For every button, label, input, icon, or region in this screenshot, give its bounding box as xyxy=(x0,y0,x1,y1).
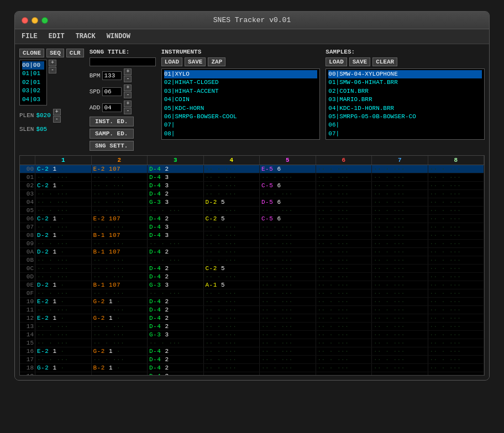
tracker-row[interactable]: 12E-2 1 ·G-2 1 ·D-4 2·· · ····· · ····· … xyxy=(20,314,484,323)
track-cell[interactable]: ·· · ··· xyxy=(35,356,92,363)
track-cell[interactable]: B-2 1 · xyxy=(92,364,148,372)
track-cell[interactable]: ·· · ··· xyxy=(204,248,260,256)
track-cell[interactable]: ·· · ··· xyxy=(35,265,92,272)
track-cell[interactable]: ·· · ··· xyxy=(204,306,260,314)
track-cell[interactable]: ·· · ··· xyxy=(428,182,485,189)
track-cell[interactable]: G-3 3 xyxy=(148,198,204,206)
track-cell[interactable]: ·· · ··· xyxy=(148,240,204,247)
inst-item-7[interactable]: 08| xyxy=(164,130,318,138)
track-cell[interactable]: ·· · ··· xyxy=(35,198,92,206)
add-input[interactable] xyxy=(102,103,122,112)
track-cell[interactable]: ·· · ··· xyxy=(204,182,260,189)
track-cell[interactable]: ·· · ··· xyxy=(316,273,372,281)
track-cell[interactable]: G-2 1 · xyxy=(92,298,148,305)
track-cell[interactable]: ·· · ··· xyxy=(372,289,428,297)
track-cell[interactable]: ·· · ··· xyxy=(316,372,372,375)
track-cell[interactable]: ·· · ··· xyxy=(260,240,316,247)
samp-ed-button[interactable]: SAMP. ED. xyxy=(90,129,134,139)
track-cell[interactable]: ·· · ··· xyxy=(204,207,260,214)
track-cell[interactable]: ·· · ··· xyxy=(372,323,428,330)
track-cell[interactable]: ·· · ··· xyxy=(372,372,428,375)
track-cell[interactable]: ·· · ··· xyxy=(316,347,372,355)
inst-item-1[interactable]: 02|HIHAT-CLOSED xyxy=(164,78,318,87)
seq-item-3[interactable]: 03|02 xyxy=(22,87,44,95)
track-cell[interactable]: ·· · ··· xyxy=(260,289,316,297)
track-cell[interactable]: ·· · ··· xyxy=(260,339,316,347)
track-cell[interactable]: ·· · ··· xyxy=(92,182,148,189)
track-cell[interactable]: ·· · ··· xyxy=(428,231,485,239)
track-cell[interactable]: ·· · ··· xyxy=(35,306,92,314)
tracker-row[interactable]: 10E-2 1 ·G-2 1 ·D-4 2·· · ····· · ····· … xyxy=(20,298,484,306)
tracker-row[interactable]: 0AD-2 1 ·B-1 107D-4 2·· · ····· · ····· … xyxy=(20,248,484,256)
menu-window[interactable]: WINDOW xyxy=(107,33,130,40)
tracker-row[interactable]: 19·· · ····· · ···D-4 2·· · ····· · ····… xyxy=(20,372,484,375)
track-cell[interactable]: ·· · ··· xyxy=(316,173,372,181)
track-cell[interactable]: E-2 107 xyxy=(92,165,148,173)
track-cell[interactable]: E-2 107 xyxy=(92,215,148,223)
track-cell[interactable]: D-4 2 xyxy=(148,364,204,372)
track-cell[interactable]: ·· · ··· xyxy=(372,265,428,272)
track-cell[interactable]: ·· · ··· xyxy=(204,314,260,322)
maximize-button[interactable] xyxy=(41,17,48,24)
track-cell[interactable]: ·· · ··· xyxy=(316,248,372,256)
tracker-row[interactable]: 09·· · ····· · ····· · ····· · ····· · ·… xyxy=(20,240,484,248)
inst-ed-button[interactable]: INST. ED. xyxy=(90,117,134,126)
track-cell[interactable]: ·· · ··· xyxy=(372,223,428,231)
track-cell[interactable]: B-1 107 xyxy=(92,281,148,289)
track-cell[interactable]: ·· · ··· xyxy=(204,356,260,363)
track-cell[interactable]: ·· · ··· xyxy=(92,240,148,247)
track-cell[interactable]: ·· · ··· xyxy=(316,331,372,339)
track-cell[interactable]: ·· · ··· xyxy=(372,339,428,347)
track-cell[interactable]: E-2 1 · xyxy=(35,314,92,322)
seq-item-1[interactable]: 01|01 xyxy=(22,70,44,78)
track-cell[interactable]: ·· · ··· xyxy=(372,248,428,256)
menu-track[interactable]: TRACK xyxy=(76,33,96,40)
track-cell[interactable]: A-1 5 xyxy=(204,281,260,289)
track-cell[interactable]: ·· · ··· xyxy=(316,281,372,289)
track-cell[interactable]: D-4 2 xyxy=(148,215,204,223)
tracker-row[interactable]: 14·· · ····· · ···G-3 3·· · ····· · ····… xyxy=(20,331,484,339)
track-cell[interactable]: D-4 2 xyxy=(148,165,204,173)
track-cell[interactable]: ·· · ··· xyxy=(204,273,260,281)
track-cell[interactable]: ·· · ··· xyxy=(316,356,372,363)
track-cell[interactable]: ·· · ··· xyxy=(260,331,316,339)
tracker-row[interactable]: 04·· · ····· · ···G-3 3D-2 5D-5 6·· · ··… xyxy=(20,198,484,207)
track-cell[interactable]: D-4 2 xyxy=(148,323,204,330)
track-cell[interactable]: ·· · ··· xyxy=(428,298,485,305)
track-cell[interactable]: ·· · ··· xyxy=(260,314,316,322)
track-cell[interactable]: C-2 1 · xyxy=(35,165,92,173)
bpm-minus[interactable]: - xyxy=(124,76,132,82)
track-cell[interactable]: ·· · ··· xyxy=(92,372,148,375)
track-cell[interactable]: D-4 2 xyxy=(148,248,204,256)
track-cell[interactable]: C-5 6 xyxy=(260,215,316,223)
track-cell[interactable]: ·· · ··· xyxy=(316,265,372,272)
track-cell[interactable]: ·· · ··· xyxy=(35,173,92,181)
inst-item-5[interactable]: 06|SMRPG-BOWSER-COOL xyxy=(164,113,318,121)
track-cell[interactable]: G-2 1 · xyxy=(92,347,148,355)
track-cell[interactable]: C-2 5 xyxy=(204,215,260,223)
track-cell[interactable]: ·· · ··· xyxy=(428,339,485,347)
inst-item-6[interactable]: 07| xyxy=(164,121,318,129)
track-cell[interactable]: ·· · ··· xyxy=(428,207,485,214)
sample-item-1[interactable]: 01|SMW-06-HIHAT.BRR xyxy=(328,78,482,87)
track-cell[interactable]: ·· · ··· xyxy=(316,182,372,189)
sample-item-4[interactable]: 04|KDC-1D-HORN.BRR xyxy=(328,104,482,113)
track-cell[interactable]: ·· · ··· xyxy=(372,215,428,223)
tracker-row[interactable]: 05·· · ····· · ····· · ····· · ····· · ·… xyxy=(20,207,484,215)
tracker-row[interactable]: 0C·· · ····· · ···D-4 2C-2 5·· · ····· ·… xyxy=(20,265,484,273)
track-cell[interactable]: ·· · ··· xyxy=(428,173,485,181)
track-cell[interactable]: ·· · ··· xyxy=(372,273,428,281)
track-cell[interactable]: ·· · ··· xyxy=(204,347,260,355)
track-cell[interactable]: ·· · ··· xyxy=(92,265,148,272)
track-cell[interactable]: ·· · ··· xyxy=(428,314,485,322)
track-cell[interactable]: ·· · ··· xyxy=(260,306,316,314)
track-cell[interactable]: ·· · ··· xyxy=(316,215,372,223)
track-cell[interactable]: ·· · ··· xyxy=(260,298,316,305)
track-cell[interactable]: ·· · ··· xyxy=(92,190,148,198)
clone-button[interactable]: CLONE xyxy=(19,49,44,57)
track-cell[interactable]: ·· · ··· xyxy=(204,240,260,247)
sample-item-5[interactable]: 05|SMRPG-05-0B-BOWSER-CO xyxy=(328,113,482,121)
track-cell[interactable]: C-2 1 · xyxy=(35,215,92,223)
tracker-row[interactable]: 16E-2 1 ·G-2 1 ·D-4 2·· · ····· · ····· … xyxy=(20,347,484,356)
track-cell[interactable]: ·· · ··· xyxy=(428,306,485,314)
